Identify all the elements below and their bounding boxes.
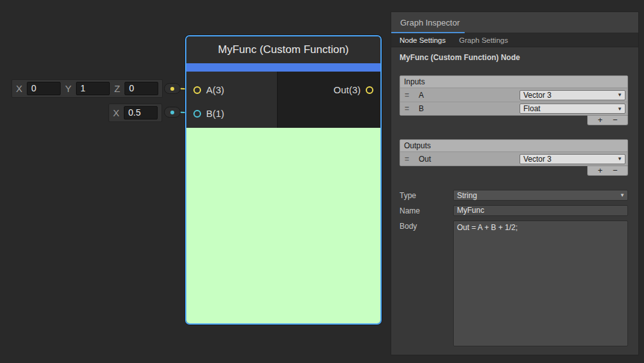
outputs-list: Outputs = Out Vector 3 ▼ — [400, 139, 628, 166]
inspector-header[interactable]: Graph Inspector — [391, 12, 638, 33]
inputs-row-a[interactable]: = A Vector 3 ▼ — [400, 88, 627, 102]
type-row: Type String ▼ — [400, 190, 628, 201]
node-ports-section: A(3) B(1) Out(3) — [186, 72, 380, 128]
vector3-x-label: X — [16, 83, 22, 94]
body-textarea[interactable]: Out = A + B + 1/2; — [453, 220, 628, 346]
input-b-name: B — [419, 104, 424, 113]
node-title: MyFunc (Custom Function) — [218, 43, 349, 56]
output-out-type-dropdown[interactable]: Vector 3 ▼ — [520, 154, 625, 164]
port-out-icon[interactable] — [366, 86, 373, 94]
outputs-list-footer: + − — [587, 166, 628, 176]
add-output-button[interactable]: + — [597, 167, 603, 174]
port-out-label: Out(3) — [333, 84, 361, 96]
float-x-label: X — [113, 107, 119, 118]
vector3-y-label: Y — [65, 83, 71, 94]
inspector-title: Graph Inspector — [400, 18, 460, 27]
remove-input-button[interactable]: − — [613, 116, 618, 124]
inputs-list: Inputs = A Vector 3 ▼ = B Float ▼ — [400, 75, 628, 116]
port-b-icon[interactable] — [193, 110, 201, 118]
chevron-down-icon: ▼ — [617, 156, 622, 162]
type-value: String — [457, 191, 477, 200]
name-label: Name — [400, 205, 453, 215]
type-label: Type — [400, 190, 453, 200]
input-b-type-dropdown[interactable]: Float ▼ — [520, 104, 625, 114]
port-b-label: B(1) — [206, 108, 224, 120]
vector3-z-field[interactable]: 0 — [124, 82, 158, 95]
input-a-type-dropdown[interactable]: Vector 3 ▼ — [520, 90, 625, 100]
node-preview — [186, 128, 380, 323]
chevron-down-icon: ▼ — [617, 92, 622, 98]
outputs-row-out[interactable]: = Out Vector 3 ▼ — [400, 152, 627, 166]
chevron-down-icon: ▼ — [620, 192, 625, 198]
vector3-z-label: Z — [114, 83, 120, 94]
vector3-y-field[interactable]: 1 — [76, 82, 110, 95]
vector3-connector-stub[interactable] — [164, 83, 181, 94]
port-a-label: A(3) — [206, 84, 224, 96]
node-settings-heading: MyFunc (Custom Function) Node — [400, 53, 628, 62]
float-input-widget: X 0.5 — [109, 104, 162, 122]
node-header[interactable]: MyFunc (Custom Function) — [186, 36, 380, 63]
output-out-type-value: Vector 3 — [523, 155, 551, 164]
vector3-port-dot-icon — [170, 87, 174, 91]
outputs-list-title: Outputs — [400, 140, 627, 152]
chevron-down-icon: ▼ — [617, 106, 622, 112]
tab-node-settings[interactable]: Node Settings — [400, 36, 446, 44]
type-dropdown[interactable]: String ▼ — [453, 190, 628, 201]
graph-inspector-panel: Graph Inspector Node Settings Graph Sett… — [391, 12, 639, 355]
vector3-input-widget: X 0 Y 1 Z 0 — [11, 79, 163, 98]
tab-graph-settings[interactable]: Graph Settings — [459, 36, 508, 44]
drag-handle-icon[interactable]: = — [405, 91, 414, 99]
name-row: Name MyFunc — [400, 205, 628, 216]
inspector-content: MyFunc (Custom Function) Node Inputs = A… — [391, 53, 638, 346]
body-row: Body Out = A + B + 1/2; — [400, 220, 628, 346]
input-b-type-value: Float — [523, 104, 541, 113]
input-a-name: A — [419, 91, 424, 100]
remove-output-button[interactable]: − — [613, 167, 618, 174]
float-x-field[interactable]: 0.5 — [124, 106, 158, 120]
float-connector-stub[interactable] — [164, 107, 181, 118]
body-label: Body — [400, 220, 453, 231]
custom-function-node[interactable]: MyFunc (Custom Function) A(3) B(1) Out(3… — [185, 35, 382, 325]
inspector-header-accent — [391, 32, 465, 33]
inspector-tab-bar: Node Settings Graph Settings — [391, 33, 638, 47]
vector3-x-field[interactable]: 0 — [27, 82, 61, 95]
outputs-list-footer-wrap: + − — [400, 166, 628, 176]
node-accent-bar — [186, 63, 380, 72]
add-input-button[interactable]: + — [597, 116, 603, 124]
drag-handle-icon[interactable]: = — [405, 105, 414, 112]
shader-graph-canvas[interactable]: X 0 Y 1 Z 0 X 0.5 MyFunc (Custom Functio… — [0, 0, 644, 363]
node-inputs-column — [186, 72, 278, 128]
inputs-list-footer-wrap: + − — [400, 116, 628, 125]
port-a-icon[interactable] — [193, 86, 201, 94]
float-port-dot-icon — [170, 111, 174, 114]
inputs-list-footer: + − — [587, 116, 628, 125]
name-field[interactable]: MyFunc — [453, 205, 628, 216]
inputs-row-b[interactable]: = B Float ▼ — [400, 102, 627, 115]
drag-handle-icon[interactable]: = — [405, 155, 414, 163]
output-out-name: Out — [419, 155, 431, 164]
inputs-list-title: Inputs — [400, 76, 627, 88]
input-a-type-value: Vector 3 — [523, 91, 551, 100]
